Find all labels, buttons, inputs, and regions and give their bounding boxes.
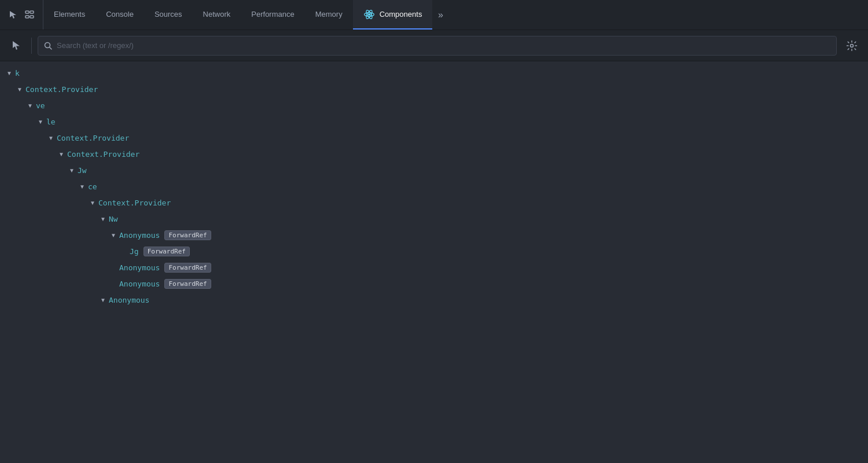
search-container — [38, 36, 837, 56]
tree-label: Jg — [130, 247, 139, 256]
svg-rect-2 — [25, 16, 29, 18]
tree-arrow[interactable] — [36, 117, 45, 126]
inspect-element-icon[interactable] — [23, 9, 36, 21]
tree-label: Context.Provider — [57, 134, 129, 142]
cursor-icon[interactable] — [7, 9, 20, 21]
svg-point-4 — [368, 13, 370, 15]
tab-sources[interactable]: Sources — [144, 0, 193, 30]
forward-ref-badge: ForwardRef — [164, 263, 211, 273]
tree-node[interactable]: Context.Provider — [0, 130, 868, 146]
tree-node[interactable]: Context.Provider — [0, 146, 868, 162]
toolbar — [0, 30, 868, 61]
tab-elements[interactable]: Elements — [43, 0, 95, 30]
tree-arrow[interactable] — [98, 214, 108, 223]
tree-arrow[interactable] — [25, 101, 35, 110]
toolbar-divider — [31, 38, 32, 54]
tab-bar: Elements Console Sources Network Perform… — [0, 0, 868, 30]
tree-arrow[interactable] — [88, 198, 97, 207]
tree-label: Context.Provider — [25, 85, 98, 94]
search-icon — [44, 42, 52, 50]
tree-label: Nw — [109, 215, 118, 223]
tree-node[interactable]: JgForwardRef — [0, 243, 868, 259]
tab-components[interactable]: Components — [353, 0, 433, 30]
tree-node[interactable]: Context.Provider — [0, 194, 868, 211]
tab-memory[interactable]: Memory — [305, 0, 353, 30]
tree-label: Context.Provider — [67, 150, 139, 159]
tree-node[interactable]: Anonymous — [0, 292, 868, 308]
tab-console[interactable]: Console — [95, 0, 144, 30]
tree-label: Anonymous — [119, 263, 160, 272]
settings-button[interactable] — [843, 36, 861, 55]
tree-arrow[interactable] — [78, 182, 87, 191]
search-input[interactable] — [57, 41, 830, 50]
tree-label: Anonymous — [119, 231, 160, 240]
tree-arrow[interactable] — [98, 295, 108, 304]
devtools-icons — [2, 0, 43, 30]
tree-label: Anonymous — [109, 296, 149, 304]
tree-label: le — [46, 117, 56, 126]
tree-node[interactable]: AnonymousForwardRef — [0, 275, 868, 292]
inspect-button[interactable] — [7, 36, 25, 55]
svg-rect-3 — [30, 16, 34, 18]
svg-line-9 — [50, 47, 52, 49]
forward-ref-badge: ForwardRef — [164, 230, 211, 240]
tree-label: ve — [36, 101, 45, 110]
tree-node[interactable]: ce — [0, 178, 868, 194]
tree-node[interactable]: AnonymousForwardRef — [0, 227, 868, 243]
tree-arrow[interactable] — [109, 230, 118, 240]
tree-arrow[interactable] — [15, 84, 24, 94]
tree-label: Jw — [78, 166, 87, 175]
forward-ref-badge: ForwardRef — [164, 279, 211, 289]
tree-node[interactable]: le — [0, 113, 868, 130]
more-tabs-button[interactable]: » — [432, 0, 448, 30]
tab-network[interactable]: Network — [193, 0, 241, 30]
tree-node[interactable]: Jw — [0, 162, 868, 178]
tab-performance[interactable]: Performance — [241, 0, 304, 30]
tree-arrow[interactable] — [5, 68, 14, 78]
tree-label: ce — [88, 182, 97, 191]
tree-node[interactable]: AnonymousForwardRef — [0, 259, 868, 275]
tree-node[interactable]: Nw — [0, 211, 868, 227]
tree-arrow[interactable] — [57, 149, 66, 159]
tree-node[interactable]: ve — [0, 97, 868, 113]
svg-point-10 — [851, 44, 854, 47]
svg-rect-0 — [25, 11, 29, 13]
component-tree: kContext.ProviderveleContext.ProviderCon… — [0, 61, 868, 463]
tree-node[interactable]: k — [0, 65, 868, 81]
tree-label: Context.Provider — [98, 199, 171, 207]
forward-ref-badge: ForwardRef — [144, 247, 190, 256]
tree-arrow[interactable] — [67, 166, 76, 175]
tree-node[interactable]: Context.Provider — [0, 81, 868, 97]
svg-rect-1 — [30, 11, 34, 13]
tree-arrow[interactable] — [46, 133, 56, 142]
tree-label: Anonymous — [119, 280, 160, 288]
tree-label: k — [15, 69, 20, 78]
